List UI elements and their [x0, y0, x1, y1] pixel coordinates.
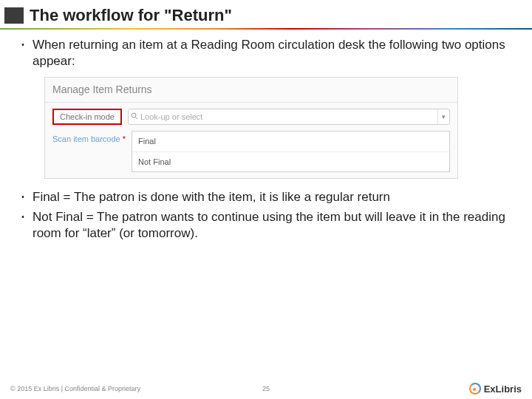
- logo-swirl-icon: [469, 383, 481, 395]
- svg-line-1: [135, 117, 137, 120]
- copyright-text: © 2015 Ex Libris | Confidential & Propri…: [10, 385, 140, 392]
- bullet-dot: •: [21, 194, 25, 201]
- rainbow-divider: [0, 28, 532, 30]
- required-asterisk: *: [123, 134, 126, 143]
- screenshot-controls-row: Check-in mode Look-up or select ▾: [45, 103, 457, 128]
- scan-barcode-label: Scan item barcode *: [52, 131, 126, 144]
- explain-bullet-not-final: • Not Final = The patron wants to contin…: [21, 209, 511, 242]
- footer: © 2015 Ex Libris | Confidential & Propri…: [0, 378, 532, 399]
- scan-barcode-text: Scan item barcode: [52, 134, 120, 143]
- screenshot-dropdown-row: Scan item barcode * Final Not Final: [45, 128, 457, 177]
- explanation-bullets: • Final = The patron is done with the it…: [21, 189, 511, 242]
- intro-text: When returning an item at a Reading Room…: [33, 37, 511, 69]
- screenshot-heading: Manage Item Returns: [45, 78, 457, 100]
- checkin-mode-label: Check-in mode: [52, 109, 122, 125]
- title-row: The workflow for "Return": [0, 0, 532, 28]
- explain-not-final-text: Not Final = The patron wants to continue…: [33, 209, 511, 242]
- title-accent-block: [4, 7, 24, 24]
- lookup-select[interactable]: Look-up or select ▾: [128, 109, 450, 125]
- slide-title: The workflow for "Return": [30, 6, 232, 25]
- explain-final-text: Final = The patron is done with the item…: [33, 189, 511, 205]
- search-icon: [129, 112, 140, 122]
- dropdown-option-not-final[interactable]: Not Final: [132, 151, 449, 171]
- embedded-screenshot: Manage Item Returns Check-in mode Look-u…: [44, 77, 458, 179]
- intro-bullet: • When returning an item at a Reading Ro…: [21, 37, 511, 69]
- content-area: • When returning an item at a Reading Ro…: [0, 34, 532, 399]
- bullet-dot: •: [21, 41, 25, 49]
- bullet-dot: •: [21, 214, 25, 221]
- checkin-mode-dropdown: Final Not Final: [132, 131, 450, 171]
- explain-bullet-final: • Final = The patron is done with the it…: [21, 189, 511, 205]
- exlibris-logo: ExLibris: [469, 383, 522, 395]
- logo-text: ExLibris: [484, 383, 522, 395]
- dropdown-option-final[interactable]: Final: [132, 132, 449, 151]
- chevron-down-icon[interactable]: ▾: [437, 109, 449, 124]
- page-number: 25: [262, 385, 270, 392]
- lookup-placeholder: Look-up or select: [140, 112, 437, 122]
- svg-point-0: [132, 113, 136, 117]
